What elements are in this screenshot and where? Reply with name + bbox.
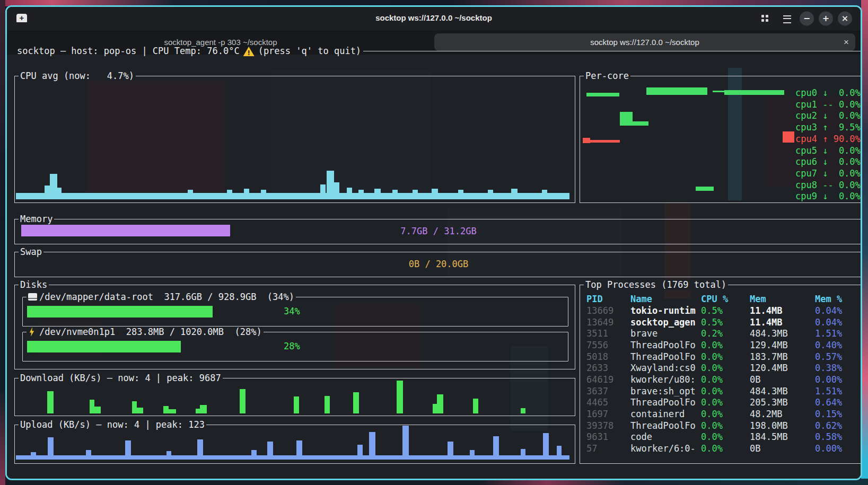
upload-baseline-bar <box>16 455 569 460</box>
cpu-avg-title: CPU avg (now: 4.7%) <box>19 70 136 81</box>
download-bar <box>325 396 330 413</box>
cpu-spike-bar <box>511 189 518 194</box>
upload-spike-bar <box>267 442 273 456</box>
download-bar <box>521 408 525 413</box>
cpu-spike-bar <box>327 171 334 194</box>
hamburger-menu-icon[interactable] <box>783 15 791 23</box>
upload-spike-bar <box>48 437 54 456</box>
upload-spike-bar <box>357 445 363 456</box>
disks-panel: Disks /dev/mapper/data-root 317.6GB / 92… <box>14 285 575 369</box>
disk-nvme-title: /dev/nvme0n1p1 283.8MB / 1020.0MB (28%) <box>27 327 264 337</box>
upload-spike-bar <box>557 446 562 456</box>
download-title: Download (KB/s) — now: 4 | peak: 9687 <box>19 373 223 383</box>
upload-spike-bar <box>251 450 257 456</box>
disk-data-root-title: /dev/mapper/data-root 317.6GB / 928.9GB … <box>27 292 296 302</box>
core-row-cpu2: cpu2 ↓ 0.0% <box>795 110 861 121</box>
desktop: + socktop ws://127.0.0 ~/socktop − + × s… <box>0 0 868 485</box>
upload-spike-bar <box>296 440 302 456</box>
proc-cell-name: socktop_agen <box>630 317 696 328</box>
download-bar <box>163 409 176 413</box>
cpu-spike-bar <box>188 190 193 194</box>
cpu4-alert-block <box>783 131 794 143</box>
upload-spike-bar <box>448 442 453 456</box>
proc-cell-memp: 0.38% <box>815 363 842 373</box>
warning-icon <box>243 47 255 56</box>
upload-spike-bar <box>493 436 499 456</box>
proc-cell-mem: 484.3MB <box>750 386 788 396</box>
proc-cell-pid: 57 <box>586 443 597 454</box>
proc-cell-memp: 1.51% <box>815 328 842 339</box>
proc-cell-pid: 5018 <box>586 351 608 362</box>
proc-cell-mem: 11.4MB <box>750 305 782 316</box>
proc-cell-pid: 7556 <box>586 340 608 350</box>
disk-data-root-pct: 34% <box>284 306 300 316</box>
proc-cell-mem: 48.2MB <box>750 409 782 419</box>
titlebar[interactable]: + socktop ws://127.0.0 ~/socktop − + × <box>7 7 861 30</box>
core-spark-segment <box>633 121 648 126</box>
proc-cell-memp: 0.04% <box>815 305 842 316</box>
proc-cell-cpu: 0.0% <box>701 443 723 454</box>
cpu-spike-bar <box>358 190 364 194</box>
upload-spike-bar <box>86 450 91 456</box>
proc-cell-name: brave:sh_opt <box>630 386 696 396</box>
cpu-spike-bar <box>334 182 339 194</box>
proc-col-header: PID <box>586 294 603 304</box>
cpu-spike-bar <box>57 188 62 194</box>
download-bar <box>397 381 403 413</box>
proc-cell-name: ThreadPoolFo <box>630 420 696 431</box>
proc-cell-pid: 1697 <box>586 409 608 419</box>
swap-panel: Swap 0B / 20.0GB <box>14 252 862 277</box>
core-row-cpu7: cpu7 ↓ 0.0% <box>795 168 861 179</box>
proc-cell-mem: 120.4MB <box>750 363 788 373</box>
proc-cell-pid: 2633 <box>586 363 608 373</box>
app-header: socktop — host: pop-os | CPU Temp: 76.0°… <box>17 46 862 56</box>
maximize-button[interactable]: + <box>819 12 833 26</box>
disk-nvme-label: /dev/nvme0n1p1 283.8MB / 1020.0MB (28%) <box>39 327 262 337</box>
proc-cell-cpu: 0.5% <box>701 305 723 316</box>
core-spark-segment <box>586 93 619 96</box>
header-quit-hint: (press 'q' to quit) <box>258 46 361 56</box>
cpu-spike-bar <box>542 190 547 194</box>
proc-cell-memp: 0.00% <box>815 374 842 385</box>
memory-panel: Memory 7.7GB / 31.2GB <box>14 219 862 244</box>
core-row-cpu3: cpu3 ↑ 9.5% <box>795 122 861 133</box>
proc-cell-mem: 183.7MB <box>750 351 788 362</box>
proc-cell-cpu: 0.0% <box>701 420 723 431</box>
proc-cell-name: containerd <box>630 409 685 419</box>
cpu-spike-bar <box>347 188 352 194</box>
proc-cell-pid: 3637 <box>586 386 608 396</box>
per-core-title: Per-core <box>584 70 630 81</box>
swap-title: Swap <box>19 246 43 257</box>
proc-cell-mem: 184.5MB <box>750 431 788 442</box>
core-row-cpu5: cpu5 ↓ 0.0% <box>795 145 861 156</box>
proc-cell-memp: 0.15% <box>815 409 842 419</box>
proc-cell-cpu: 0.0% <box>701 340 723 350</box>
proc-cell-cpu: 0.2% <box>701 328 723 339</box>
cpu-spike-bar <box>320 184 326 194</box>
grid-menu-icon[interactable] <box>761 15 768 22</box>
download-bar <box>473 399 478 413</box>
core-spark-segment <box>713 91 724 92</box>
upload-spike-bar <box>31 452 36 456</box>
download-bar <box>353 392 359 413</box>
proc-cell-mem: 198.0MB <box>750 420 788 431</box>
header-host-temp: socktop — host: pop-os | CPU Temp: 76.0°… <box>17 46 240 56</box>
proc-cell-cpu: 0.0% <box>701 351 723 362</box>
proc-cell-pid: 3511 <box>586 328 608 339</box>
proc-cell-memp: 0.57% <box>815 351 842 362</box>
proc-cell-name: kworker/u80: <box>630 374 696 385</box>
proc-cell-name: ThreadPoolFo <box>630 340 696 350</box>
download-bar <box>196 409 200 413</box>
core-spark-segment <box>696 187 714 191</box>
proc-cell-mem: 0B <box>750 443 760 454</box>
proc-cell-memp: 0.40% <box>815 340 842 350</box>
upload-title: Upload (KB/s) — now: 4 | peak: 123 <box>19 419 206 430</box>
close-button[interactable]: × <box>838 12 852 26</box>
proc-cell-name: kworker/6:0- <box>630 443 696 454</box>
cpu-spike-bar <box>392 190 398 194</box>
core-row-cpu8: cpu8 -- 0.0% <box>795 180 861 190</box>
minimize-button[interactable]: − <box>800 12 814 26</box>
download-bar <box>437 394 443 413</box>
cpu-spike-bar <box>432 189 438 194</box>
proc-cell-pid: 64619 <box>586 374 613 385</box>
